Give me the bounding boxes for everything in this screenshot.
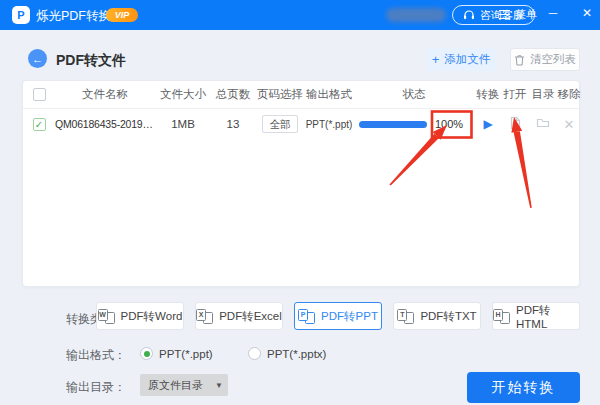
pdf-word-icon: W [98, 309, 115, 324]
start-convert-button[interactable]: 开始转换 [467, 372, 580, 403]
convert-play-button[interactable]: ▶ [483, 117, 492, 131]
clear-list-label: 清空列表 [530, 52, 576, 67]
chevron-down-icon: ▼ [210, 381, 228, 390]
pdf-html-icon: H [493, 309, 510, 324]
add-file-button[interactable]: + 添加文件 [426, 48, 496, 71]
close-button[interactable]: ✕ [580, 6, 594, 22]
titlebar: P 烁光PDF转换器 VIP 咨询客服 菜单 ─ ✕ [0, 0, 600, 30]
select-all-checkbox[interactable] [33, 88, 46, 101]
headset-icon [463, 9, 475, 21]
tab-label: PDF转Word [121, 309, 183, 324]
output-directory-dropdown[interactable]: 原文件目录 ▼ [140, 374, 228, 396]
pdf-txt-icon: T [397, 309, 414, 324]
header-convert: 转换 [475, 87, 501, 102]
header-output-format: 输出格式 [305, 87, 353, 102]
output-directory-label: 输出目录： [66, 379, 126, 396]
open-file-button[interactable] [501, 116, 529, 132]
header-open: 打开 [501, 87, 529, 102]
plus-icon: + [432, 53, 440, 66]
file-icon [509, 116, 522, 130]
output-format-label: 输出格式： [66, 347, 126, 364]
tab-pdf-to-ppt[interactable]: P PDF转PPT [294, 302, 382, 330]
back-button[interactable]: ← [28, 49, 47, 68]
open-directory-button[interactable] [529, 117, 557, 131]
tab-label: PDF转Excel [219, 309, 282, 324]
tab-pdf-to-txt[interactable]: T PDF转TXT [393, 302, 481, 330]
tab-pdf-to-html[interactable]: H PDF转HTML [492, 302, 580, 330]
hamburger-icon [499, 10, 510, 20]
radio-ppt-label: PPT(*.ppt) [159, 348, 213, 360]
page-title: PDF转文件 [56, 52, 126, 70]
user-account-blurred[interactable] [386, 8, 446, 22]
header-directory: 目录 [529, 87, 557, 102]
remove-file-button[interactable]: ✕ [564, 117, 575, 132]
tab-label: PDF转PPT [321, 309, 378, 324]
tab-label: PDF转HTML [516, 303, 579, 330]
page-range-button[interactable]: 全部 [262, 115, 298, 133]
row-checkbox[interactable]: ✓ [33, 118, 46, 131]
menu-label: 菜单 [515, 7, 537, 22]
header-status: 状态 [353, 87, 475, 102]
file-table: 文件名称 文件大小 总页数 页码选择 输出格式 状态 转换 打开 目录 移除 ✓… [22, 80, 580, 287]
file-pages: 13 [211, 118, 255, 130]
minimize-button[interactable]: ─ [546, 6, 560, 22]
clear-list-button[interactable]: 清空列表 [510, 48, 580, 71]
radio-pptx[interactable] [248, 347, 261, 360]
header-page-range: 页码选择 [255, 87, 305, 102]
add-file-label: 添加文件 [444, 52, 490, 67]
conversion-type-group: W PDF转Word X PDF转Excel P PDF转PPT T PDF转T… [96, 302, 580, 330]
radio-ppt[interactable] [140, 347, 153, 360]
header-remove: 移除 [557, 87, 581, 102]
table-header-row: 文件名称 文件大小 总页数 页码选择 输出格式 状态 转换 打开 目录 移除 [23, 81, 579, 109]
app-window: P 烁光PDF转换器 VIP 咨询客服 菜单 ─ ✕ ← PDF转文件 + 添加… [0, 0, 600, 405]
folder-icon [536, 117, 550, 129]
file-output-format: PPT(*.ppt) [305, 119, 353, 130]
progress-percent: 100% [435, 118, 463, 130]
vip-badge: VIP [106, 8, 138, 22]
header-file-name: 文件名称 [55, 87, 155, 102]
pdf-excel-icon: X [196, 309, 213, 324]
progress-bar [359, 121, 427, 128]
file-size: 1MB [155, 118, 211, 130]
header-total-pages: 总页数 [211, 87, 255, 102]
tab-pdf-to-word[interactable]: W PDF转Word [96, 302, 184, 330]
dropdown-value: 原文件目录 [140, 378, 210, 393]
menu-button[interactable]: 菜单 [499, 7, 537, 22]
tab-pdf-to-excel[interactable]: X PDF转Excel [195, 302, 283, 330]
header-file-size: 文件大小 [155, 87, 211, 102]
tab-label: PDF转TXT [420, 309, 476, 324]
radio-pptx-label: PPT(*.pptx) [267, 348, 326, 360]
table-row: ✓ QM06186435-20190101.pdf 1MB 13 全部 PPT(… [23, 109, 579, 139]
file-name: QM06186435-20190101.pdf [55, 118, 155, 130]
app-logo-icon: P [12, 6, 30, 24]
pdf-ppt-icon: P [298, 309, 315, 324]
trash-icon [514, 54, 525, 66]
